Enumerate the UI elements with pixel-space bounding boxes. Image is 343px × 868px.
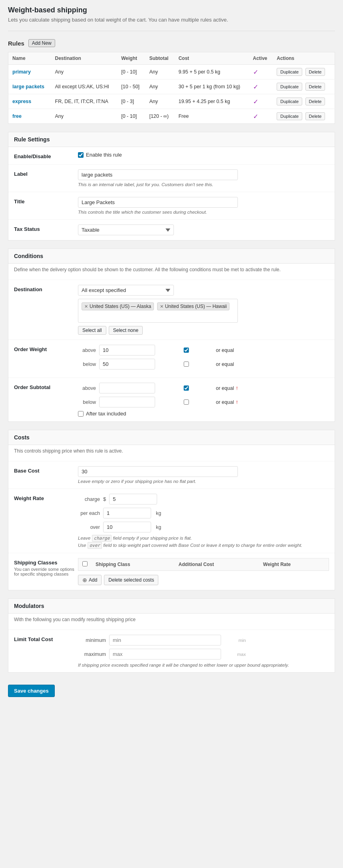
shipping-classes-main-label: Shipping Classes — [14, 560, 57, 566]
enable-disable-label: Enable/Disable — [14, 152, 78, 159]
tag-hawaii-remove[interactable]: ✕ — [160, 304, 164, 309]
rule-active-0: ✓ — [249, 65, 273, 79]
delete-button-3[interactable]: Delete — [305, 112, 325, 120]
tax-status-select[interactable]: Taxable None — [78, 224, 174, 235]
weight-below-or-equal-label: or equal — [216, 362, 234, 367]
subtotal-above-or-equal-label: or equal — [216, 385, 234, 391]
save-changes-button[interactable]: Save changes — [8, 685, 55, 697]
minimum-label: minimum — [78, 638, 106, 643]
base-cost-content: Leave empty or zero if your shipping pri… — [78, 466, 329, 484]
subtotal-below-or-equal: or equal ! — [158, 399, 237, 405]
over-input[interactable] — [103, 522, 151, 532]
rule-destination-3: Any — [51, 109, 118, 124]
rule-settings-title: Rule Settings — [8, 132, 335, 147]
rule-subtotal-0: Any — [145, 65, 174, 79]
label-input[interactable] — [78, 169, 238, 180]
enable-rule-checkbox[interactable] — [78, 152, 84, 158]
destination-content: All except specified Only specified ✕ Un… — [78, 285, 329, 335]
delete-button-1[interactable]: Delete — [305, 83, 325, 91]
limit-total-cost-label: Limit Total Cost — [14, 635, 78, 642]
weight-above-or-equal-label: or equal — [216, 348, 234, 353]
weight-rate-hint1: Leave charge field empty if your shippin… — [78, 536, 329, 541]
enable-disable-row: Enable/Disable Enable this rule — [8, 147, 335, 165]
subtotal-below-input[interactable] — [99, 397, 155, 407]
active-checkmark-icon-0: ✓ — [253, 69, 258, 75]
per-each-input[interactable] — [103, 508, 151, 518]
title-field-label: Title — [14, 197, 78, 205]
enable-rule-checkbox-label[interactable]: Enable this rule — [78, 152, 329, 158]
active-checkmark-icon-2: ✓ — [253, 98, 258, 105]
charge-input[interactable] — [109, 494, 157, 505]
title-field-content: This controls the title which the custom… — [78, 197, 329, 215]
weight-rate-charge-row: charge $ — [78, 494, 329, 505]
weight-below-checkbox[interactable] — [158, 362, 214, 367]
tag-alaska-text: United States (US) — Alaska — [90, 304, 151, 309]
conditions-description: Define when the delivery option should b… — [14, 267, 329, 272]
after-tax-checkbox[interactable] — [78, 411, 84, 417]
rule-name-0: primary — [8, 65, 51, 79]
table-row: free Any [0 - 10] [120 - ∞) Free ✓ Dupli… — [8, 109, 335, 124]
select-all-button[interactable]: Select all — [78, 326, 106, 335]
conditions-title: Conditions — [8, 249, 335, 264]
subtotal-below-or-equal-label: or equal — [216, 399, 234, 405]
duplicate-button-2[interactable]: Duplicate — [277, 97, 302, 105]
title-input[interactable] — [78, 197, 238, 208]
destination-row: Destination All except specified Only sp… — [8, 280, 335, 340]
page-title: Weight-based shipping — [8, 6, 335, 14]
base-cost-input[interactable] — [78, 466, 238, 477]
rule-destination-2: FR, DE, IT, IT:CR, IT:NA — [51, 94, 118, 109]
subtotal-above-checkbox[interactable] — [158, 385, 214, 391]
shipping-classes-content: Shipping Class Additional Cost Weight Ra… — [78, 558, 329, 585]
tag-alaska-remove[interactable]: ✕ — [84, 304, 88, 309]
rule-active-1: ✓ — [249, 79, 273, 94]
weight-below-input[interactable] — [99, 359, 155, 369]
duplicate-button-3[interactable]: Duplicate — [277, 112, 302, 120]
add-new-button[interactable]: Add New — [28, 39, 55, 47]
destination-select[interactable]: All except specified Only specified — [78, 285, 174, 296]
delete-button-0[interactable]: Delete — [305, 68, 325, 76]
subtotal-above-or-equal: or equal ! — [158, 385, 237, 391]
limit-total-cost-row: Limit Total Cost minimum min maximum max — [8, 630, 335, 672]
duplicate-button-0[interactable]: Duplicate — [277, 68, 302, 76]
weight-rate-content: charge $ per each kg over kg Leave charg… — [78, 494, 329, 548]
subtotal-below-checkbox[interactable] — [158, 399, 214, 405]
subtotal-below-label: below — [78, 399, 96, 405]
per-each-label: per each — [78, 510, 100, 516]
add-shipping-class-button[interactable]: ⊕ Add — [78, 575, 102, 585]
rule-subtotal-1: Any — [145, 79, 174, 94]
minimum-input-wrap: min — [109, 635, 249, 646]
col-weight: Weight — [117, 52, 145, 65]
sc-select-all-checkbox[interactable] — [82, 561, 88, 566]
duplicate-button-1[interactable]: Duplicate — [277, 83, 302, 91]
weight-above-or-equal: or equal — [158, 348, 234, 353]
col-actions: Actions — [273, 52, 335, 65]
rule-actions-3: Duplicate Delete — [273, 109, 335, 124]
subtotal-above-input[interactable] — [99, 383, 155, 393]
order-subtotal-label: Order Subtotal — [14, 383, 78, 390]
weight-below-row: below or equal — [78, 359, 329, 369]
weight-rate-per-each-row: per each kg — [78, 508, 329, 518]
rule-actions-0: Duplicate Delete — [273, 65, 335, 79]
weight-above-checkbox[interactable] — [158, 348, 214, 353]
maximum-input[interactable] — [109, 649, 221, 659]
rule-settings-section: Rule Settings Enable/Disable Enable this… — [8, 132, 335, 240]
weight-above-input[interactable] — [99, 345, 155, 356]
limit-hint: If shipping price exceeds specified rang… — [78, 663, 329, 667]
add-icon: ⊕ — [82, 577, 87, 583]
enable-disable-content: Enable this rule — [78, 152, 329, 158]
base-cost-hint: Leave empty or zero if your shipping pri… — [78, 479, 329, 484]
select-none-button[interactable]: Select none — [109, 326, 143, 335]
delete-button-2[interactable]: Delete — [305, 97, 325, 105]
sc-col-check — [78, 558, 92, 571]
title-hint: This controls the title which the custom… — [78, 210, 329, 215]
charge-code: charge — [92, 535, 112, 542]
delete-selected-costs-button[interactable]: Delete selected costs — [104, 575, 158, 585]
rule-destination-1: All except US:AK, US:HI — [51, 79, 118, 94]
minimum-input[interactable] — [109, 635, 221, 646]
weight-above-label: above — [78, 348, 96, 353]
after-tax-label[interactable]: After tax included — [78, 411, 329, 417]
col-name: Name — [8, 52, 51, 65]
costs-section: Costs This controls shipping price when … — [8, 430, 335, 590]
base-cost-row: Base Cost Leave empty or zero if your sh… — [8, 461, 335, 489]
page-description: Lets you calculate shipping based on tot… — [8, 17, 335, 23]
